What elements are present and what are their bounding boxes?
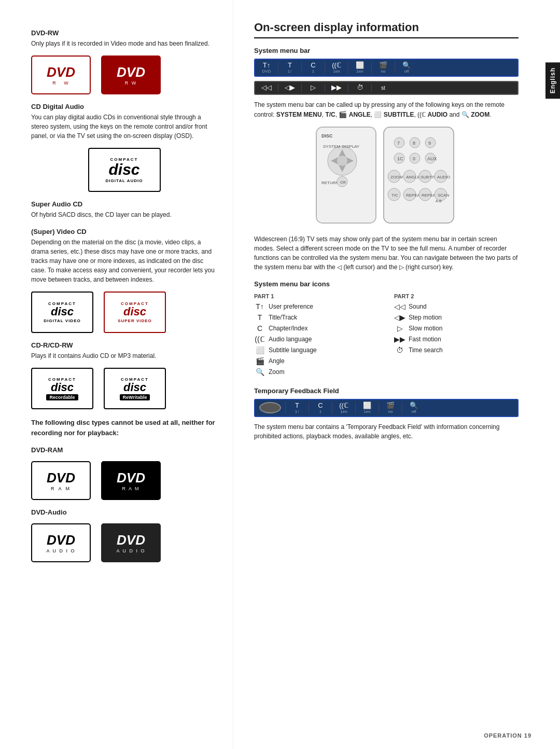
mb-chapter: C 1: [306, 62, 320, 74]
rw-disc: disc: [123, 382, 146, 393]
temp-feedback-text: The system menu bar contains a 'Temporar…: [254, 422, 519, 441]
cd-digital-heading: CD Digital Audio: [31, 103, 217, 110]
feedback-bar-display: T 1↑ C 1 ((ℂ 1en ⬜ 1en 🎬 no: [254, 399, 519, 417]
step-motion-icon: ◁▶: [394, 313, 405, 322]
mb2-div4: [348, 84, 348, 91]
rec-disc: disc: [51, 382, 74, 393]
dvd-audio-heading: DVD-Audio: [31, 508, 217, 516]
page-title: On-screen display information: [254, 21, 519, 38]
mb-div3: [325, 62, 325, 74]
icons-heading: System menu bar icons: [254, 280, 519, 288]
dvd-rw-text: Only plays if it is recorded in Video mo…: [31, 39, 217, 48]
icon-step-motion: ◁▶ Step motion: [394, 313, 519, 322]
svg-text:8: 8: [413, 141, 415, 146]
cd-digital-text: You can play digital audio CDs in conven…: [31, 113, 217, 141]
dvd-rw-logo-text-2: DVD: [117, 64, 145, 80]
super-video-cd-heading: (Super) Video CD: [31, 228, 217, 235]
icons-part2: PART 2 ◁◁ Sound ◁▶ Step motion ▷ Slow mo…: [394, 293, 519, 379]
title-label: Title/Track: [269, 314, 297, 321]
dvd-ram-logos: DVD R A M DVD R A M: [31, 461, 217, 500]
icon-chapter: C Chapter/Index: [254, 324, 379, 332]
mb-angle: 🎬 no: [376, 62, 390, 74]
svg-text:T/C: T/C: [391, 193, 398, 198]
part2-label: PART 2: [394, 293, 519, 299]
icon-fast-motion: ▶▶ Fast motion: [394, 335, 519, 343]
icon-title: T Title/Track: [254, 313, 379, 322]
icons-table: PART 1 T↑ User preference T Title/Track …: [254, 293, 519, 379]
icon-user-pref: T↑ User preference: [254, 302, 379, 311]
mb2-fast: ▶▶: [329, 84, 344, 91]
super-video-logo: COMPACT disc SUPER VIDEO: [104, 292, 166, 333]
rw-label: ReWritable: [120, 394, 150, 400]
dvd-ram-logo-2: DVD R A M: [101, 461, 161, 500]
mb2-sound: ◁◁: [259, 84, 274, 91]
svg-rect-0: [316, 127, 376, 223]
mb-div4: [348, 62, 348, 74]
rewritable-logo: COMPACT disc ReWritable: [104, 368, 166, 409]
zoom-icon: 🔍: [254, 368, 265, 376]
mb-audio-lang: ((ℂ 1en: [329, 62, 344, 74]
svg-text:SYSTEM: SYSTEM: [323, 144, 340, 149]
svg-text:DISPLAY: DISPLAY: [342, 144, 360, 149]
fb-div5: [402, 402, 402, 414]
subtitle-icon: ⬜: [254, 346, 265, 354]
fb-chapter: C 1: [313, 402, 328, 414]
mb-div2: [301, 62, 302, 74]
fb-angle: 🎬 no: [383, 402, 398, 414]
system-menu-desc1: The system menu bar can be called up by …: [254, 100, 519, 120]
angle-icon: 🎬: [254, 357, 265, 365]
sv-sub-text: SUPER VIDEO: [118, 318, 152, 323]
time-search-icon: ⏱: [394, 346, 405, 354]
fb-title: T 1↑: [290, 402, 304, 414]
icons-part1: PART 1 T↑ User preference T Title/Track …: [254, 293, 379, 379]
mb-user-pref: T↑ DVD: [259, 62, 274, 74]
operation-label: OPERATION 19: [484, 732, 531, 739]
svg-text:OK: OK: [340, 180, 346, 185]
dvd-audio-logos: DVD A U D I O DVD A U D I O: [31, 523, 217, 562]
side-tab: English: [545, 62, 560, 99]
dvd-audio-logo-1: DVD A U D I O: [31, 523, 91, 562]
dv-disc-text: disc: [51, 306, 74, 317]
icon-slow-motion: ▷ Slow motion: [394, 324, 519, 332]
cd-sub-text: DIGITAL AUDIO: [106, 178, 143, 183]
cd-digital-logo: COMPACT disc DIGITAL AUDIO: [88, 148, 161, 192]
fb-subtitle: ⬜ 1en: [360, 402, 374, 414]
dvd-rw-logo-2: DVD R W: [101, 56, 161, 94]
super-video-cd-text: Depending on the material on the disc (a…: [31, 238, 217, 284]
fast-motion-label: Fast motion: [409, 336, 441, 343]
super-video-logos: COMPACT disc DIGITAL VIDEO COMPACT disc …: [31, 292, 217, 333]
dvd-audio-logo-2: DVD A U D I O: [101, 523, 161, 562]
dvd-rw-logo-sub-2: R W: [125, 80, 137, 86]
sound-icon: ◁◁: [394, 302, 405, 311]
mb2-time: ⏱: [353, 84, 367, 91]
dvd-ram-text-1: DVD: [47, 470, 75, 486]
mb2-div3: [325, 84, 325, 91]
menu-bar-display-1: T↑ DVD T 1↑ C 1 ((ℂ 1en ⬜ 1en: [254, 59, 519, 77]
left-column: DVD-RW Only plays if it is recorded in V…: [0, 0, 233, 749]
dvd-rw-logos: DVD R W DVD R W: [31, 56, 217, 94]
audio-lang-label: Audio language: [269, 336, 312, 343]
dvd-ram-sub-1: R A M: [51, 486, 71, 491]
system-menu-desc2: Widescreen (16:9) TV sets may show only …: [254, 234, 519, 272]
mb2-slow: ▷: [306, 84, 320, 91]
dvd-ram-logo-1: DVD R A M: [31, 461, 91, 500]
digital-video-logo: COMPACT disc DIGITAL VIDEO: [31, 292, 93, 333]
fb-div1: [309, 402, 309, 414]
sv-disc-text: disc: [123, 306, 146, 317]
cd-digital-logo-row: COMPACT disc DIGITAL AUDIO: [31, 148, 217, 192]
temp-feedback-heading: Temporary Feedback Field: [254, 387, 519, 395]
dv-sub-text: DIGITAL VIDEO: [44, 318, 80, 323]
icon-sound: ◁◁ Sound: [394, 302, 519, 311]
fb-div0: [285, 402, 286, 414]
fb-zoom: 🔍 off: [407, 402, 421, 414]
dvd-audio-sub-2: A U D I O: [116, 548, 145, 553]
svg-text:RETURN: RETURN: [321, 181, 339, 185]
svg-point-7: [337, 156, 347, 166]
time-search-label: Time search: [409, 346, 443, 354]
step-motion-label: Step motion: [409, 314, 442, 321]
dvd-rw-logo-sub-1: R W: [52, 80, 69, 86]
cd-disc-text: disc: [108, 162, 139, 177]
mb-div6: [395, 62, 395, 74]
icon-angle: 🎬 Angle: [254, 357, 379, 365]
warning-text: The following disc types cannot be used …: [31, 418, 217, 438]
